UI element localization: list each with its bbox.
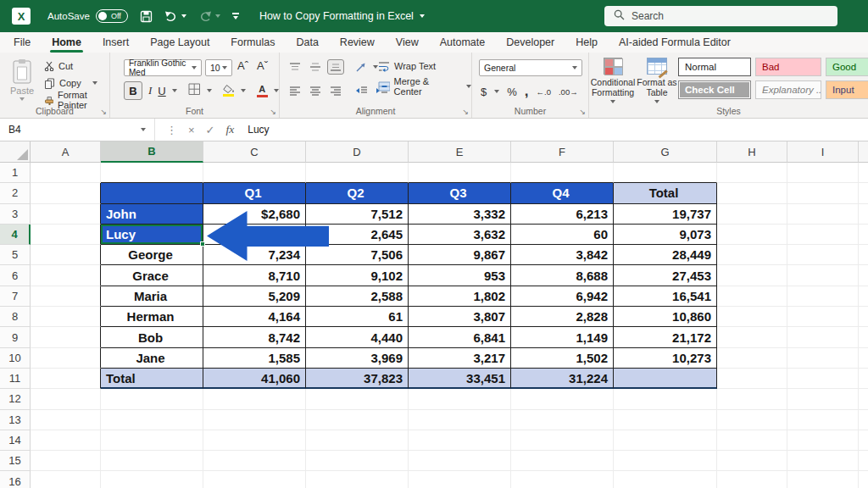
style-explanatory[interactable]: Explanatory ... xyxy=(755,80,821,99)
alignment-dialog-launcher[interactable]: ↘ xyxy=(462,108,469,116)
row-header-11[interactable]: 11 xyxy=(0,369,31,389)
cell-B11[interactable]: Total xyxy=(101,369,203,389)
cell-A7[interactable] xyxy=(31,286,101,307)
menu-tab-data[interactable]: Data xyxy=(294,34,320,52)
enter-icon[interactable]: ✓ xyxy=(206,124,215,136)
column-header-D[interactable]: D xyxy=(306,141,409,163)
search-input[interactable]: Search xyxy=(604,6,837,26)
cell-B14[interactable] xyxy=(101,430,203,451)
cell-G14[interactable] xyxy=(614,430,717,451)
cell-D5[interactable]: 7,506 xyxy=(306,245,409,265)
cell-I13[interactable] xyxy=(787,410,859,430)
cell-I9[interactable] xyxy=(787,327,859,347)
cell-H3[interactable] xyxy=(717,204,787,225)
cell-I12[interactable] xyxy=(787,389,859,409)
align-center-icon[interactable] xyxy=(307,83,324,98)
cell-E2[interactable]: Q3 xyxy=(409,183,511,203)
fill-color-button[interactable] xyxy=(223,85,235,97)
cell-C6[interactable]: 8,710 xyxy=(203,265,306,286)
cell-F15[interactable] xyxy=(511,451,614,471)
cell-E14[interactable] xyxy=(409,430,511,451)
cell-A16[interactable] xyxy=(31,471,101,488)
clipboard-dialog-launcher[interactable]: ↘ xyxy=(100,108,107,116)
cell-G1[interactable] xyxy=(614,163,717,183)
cell-C3[interactable]: $2,680 xyxy=(203,204,306,225)
menu-tab-insert[interactable]: Insert xyxy=(101,34,131,52)
cell-H10[interactable] xyxy=(717,348,787,369)
fill-color-dropdown-icon[interactable] xyxy=(241,89,246,92)
cell-I10[interactable] xyxy=(787,348,859,369)
cell-F4[interactable]: 60 xyxy=(511,225,614,245)
cell-A4[interactable] xyxy=(31,225,101,245)
font-size-select[interactable]: 10 xyxy=(205,59,232,76)
row-header-2[interactable]: 2 xyxy=(0,183,31,203)
currency-format-icon[interactable]: $ xyxy=(481,86,487,98)
cell-D10[interactable]: 3,969 xyxy=(306,348,409,369)
cell-F13[interactable] xyxy=(511,410,614,430)
undo-button[interactable] xyxy=(164,10,186,22)
font-color-button[interactable]: A xyxy=(257,85,268,97)
cell-H4[interactable] xyxy=(717,225,787,245)
cell-I3[interactable] xyxy=(787,204,859,225)
cell-F1[interactable] xyxy=(511,163,614,183)
cell-A14[interactable] xyxy=(31,430,101,451)
save-icon[interactable] xyxy=(140,10,153,23)
middle-align-icon[interactable] xyxy=(307,59,324,75)
copy-button[interactable]: Copy xyxy=(44,76,109,90)
cell-I15[interactable] xyxy=(787,451,859,471)
cell-I11[interactable] xyxy=(787,369,859,389)
row-header-9[interactable]: 9 xyxy=(0,327,31,347)
column-header-A[interactable]: A xyxy=(31,141,101,163)
menu-tab-page-layout[interactable]: Page Layout xyxy=(148,34,211,52)
cell-F8[interactable]: 2,828 xyxy=(511,307,614,327)
cell-H13[interactable] xyxy=(717,410,787,430)
cell-G2[interactable]: Total xyxy=(614,183,717,203)
cell-A1[interactable] xyxy=(31,163,101,183)
cell-C1[interactable] xyxy=(203,163,306,183)
cell-F7[interactable]: 6,942 xyxy=(511,286,614,307)
cell-B10[interactable]: Jane xyxy=(101,348,203,369)
cell-B1[interactable] xyxy=(101,163,203,183)
column-header-G[interactable]: G xyxy=(614,141,717,163)
cell-A9[interactable] xyxy=(31,327,101,347)
row-header-10[interactable]: 10 xyxy=(0,348,31,369)
cell-G4[interactable]: 9,073 xyxy=(614,225,717,245)
cell-B8[interactable]: Herman xyxy=(101,307,203,327)
cell-G10[interactable]: 10,273 xyxy=(614,348,717,369)
cell-D12[interactable] xyxy=(306,389,409,409)
cell-A10[interactable] xyxy=(31,348,101,369)
cell-D8[interactable]: 61 xyxy=(306,307,409,327)
increase-font-size-icon[interactable]: Aˆ xyxy=(237,59,248,72)
row-header-12[interactable]: 12 xyxy=(0,389,31,409)
number-dialog-launcher[interactable]: ↘ xyxy=(579,108,586,116)
cell-C10[interactable]: 1,585 xyxy=(203,348,306,369)
top-align-icon[interactable] xyxy=(287,59,303,75)
cell-D14[interactable] xyxy=(306,430,409,451)
undo-dropdown-icon[interactable] xyxy=(181,14,186,18)
cell-E3[interactable]: 3,332 xyxy=(409,204,511,225)
cell-H6[interactable] xyxy=(717,265,787,286)
cell-E16[interactable] xyxy=(409,471,511,488)
cell-C11[interactable]: 41,060 xyxy=(203,369,306,389)
style-bad[interactable]: Bad xyxy=(755,58,821,76)
cell-B3[interactable]: John xyxy=(101,204,203,225)
cell-F3[interactable]: 6,213 xyxy=(511,204,614,225)
menu-tab-developer[interactable]: Developer xyxy=(504,34,556,52)
bottom-align-icon[interactable] xyxy=(327,59,344,75)
cell-A12[interactable] xyxy=(31,389,101,409)
row-header-5[interactable]: 5 xyxy=(0,245,31,265)
cell-A2[interactable] xyxy=(31,183,101,203)
borders-button[interactable] xyxy=(188,83,201,99)
document-title[interactable]: How to Copy Formatting in Excel xyxy=(259,10,425,22)
format-as-table-button[interactable]: Format as Table xyxy=(635,58,679,103)
cell-C5[interactable]: 7,234 xyxy=(203,245,306,265)
style-input[interactable]: Input xyxy=(826,80,868,99)
cell-E1[interactable] xyxy=(409,163,511,183)
cell-E13[interactable] xyxy=(409,410,511,430)
menu-tab-automate[interactable]: Automate xyxy=(438,34,487,52)
cell-E6[interactable]: 953 xyxy=(409,265,511,286)
cancel-icon[interactable]: × xyxy=(188,124,195,136)
cell-G16[interactable] xyxy=(614,471,717,488)
cell-A11[interactable] xyxy=(31,369,101,389)
cell-D2[interactable]: Q2 xyxy=(306,183,409,203)
